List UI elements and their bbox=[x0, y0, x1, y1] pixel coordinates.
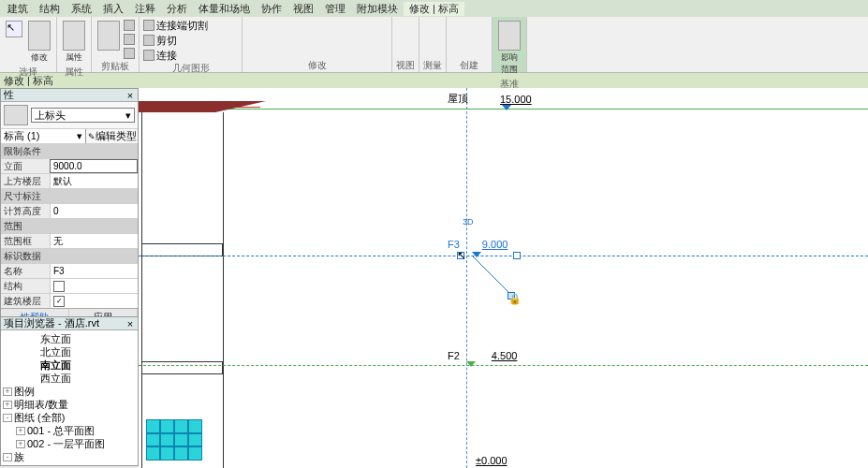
cut-button[interactable] bbox=[124, 19, 135, 32]
3d-toggle[interactable]: 3D bbox=[463, 217, 474, 227]
tree-item[interactable]: +图例 bbox=[3, 385, 136, 398]
tree-item[interactable]: +002 - 一层平面图 bbox=[3, 437, 136, 450]
create-tool-3[interactable] bbox=[450, 40, 463, 53]
properties-title-bar[interactable]: 性 × bbox=[1, 89, 138, 102]
wall-line-2[interactable] bbox=[223, 112, 224, 468]
prop-row[interactable]: 范围框无 bbox=[1, 233, 138, 248]
menu-item-0[interactable]: 建筑 bbox=[2, 2, 34, 16]
modify-tool-5[interactable] bbox=[310, 19, 323, 32]
drag-endpoint-handle[interactable]: 🔒 bbox=[508, 292, 515, 300]
prop-value[interactable]: 无 bbox=[50, 234, 138, 248]
menu-item-1[interactable]: 结构 bbox=[34, 2, 66, 16]
menu-item-11[interactable]: 修改 | 标高 bbox=[404, 2, 464, 16]
drawing-canvas[interactable]: 屋顶 15.000 3D F3 9.000 🔒 ↖ F2 4.500 ±0.00… bbox=[139, 88, 868, 468]
checkbox[interactable]: ✓ bbox=[53, 296, 65, 307]
match-button[interactable] bbox=[124, 47, 135, 60]
properties-button[interactable]: 属性 bbox=[61, 19, 87, 66]
tree-item[interactable]: 东立面 bbox=[3, 332, 136, 345]
prop-value[interactable]: F3 bbox=[50, 264, 138, 278]
f2-level-marker[interactable]: F2 4.500 bbox=[448, 350, 517, 361]
roof-level-marker[interactable]: 屋顶 15.000 bbox=[448, 92, 532, 106]
paste-button[interactable] bbox=[96, 19, 122, 52]
modify-tool-2[interactable] bbox=[262, 19, 275, 32]
floor-f2[interactable] bbox=[141, 361, 223, 374]
prop-row[interactable]: 结构 bbox=[1, 278, 138, 293]
menu-item-4[interactable]: 注释 bbox=[129, 2, 161, 16]
checkbox[interactable] bbox=[53, 281, 65, 292]
prop-value[interactable]: 0 bbox=[50, 204, 138, 218]
select-cursor-button[interactable]: ↖ bbox=[4, 19, 24, 39]
copy-button[interactable] bbox=[124, 33, 135, 46]
prop-row[interactable]: 建筑楼层✓ bbox=[1, 293, 138, 308]
type-selector[interactable]: 上标头▾ bbox=[31, 108, 135, 123]
project-tree[interactable]: 东立面北立面南立面西立面+图例+明细表/数量-图纸 (全部)+001 - 总平面… bbox=[1, 330, 138, 466]
modify-tool-4[interactable] bbox=[294, 19, 307, 32]
tree-item[interactable]: 北立面 bbox=[3, 345, 136, 358]
propagate-extents-button[interactable]: 影响 范围 bbox=[496, 19, 522, 78]
tree-expand-icon[interactable]: - bbox=[3, 453, 12, 461]
close-icon[interactable]: × bbox=[125, 90, 135, 101]
tree-expand-icon[interactable]: + bbox=[16, 466, 25, 467]
cope-button[interactable]: 连接端切割 bbox=[143, 19, 208, 32]
tree-item[interactable]: 西立面 bbox=[3, 372, 136, 385]
modify-tool-16[interactable] bbox=[342, 40, 355, 53]
create-tool-2[interactable] bbox=[465, 19, 478, 32]
browser-title-bar[interactable]: 项目浏览器 - 酒店.rvt × bbox=[1, 317, 138, 330]
tree-item[interactable]: 南立面 bbox=[3, 358, 136, 372]
modify-tool-7[interactable] bbox=[342, 19, 355, 32]
modify-tool-3[interactable] bbox=[278, 19, 291, 32]
f2-triangle bbox=[466, 361, 476, 367]
edit-type-button[interactable]: ✎编辑类型 bbox=[85, 129, 138, 143]
modify-tool-10[interactable] bbox=[246, 40, 259, 53]
prop-row[interactable]: 计算高度0 bbox=[1, 203, 138, 218]
menu-item-3[interactable]: 插入 bbox=[97, 2, 129, 16]
modify-button[interactable]: 修改 bbox=[26, 19, 52, 66]
modify-tool-11[interactable] bbox=[262, 40, 275, 53]
modify-tool-14[interactable] bbox=[310, 40, 323, 53]
prop-row[interactable]: 名称F3 bbox=[1, 263, 138, 278]
tree-expand-icon[interactable]: + bbox=[3, 401, 12, 409]
menu-item-7[interactable]: 协作 bbox=[256, 2, 287, 16]
prop-value-input[interactable]: 9000.0 bbox=[50, 159, 138, 173]
modify-tool-15[interactable] bbox=[326, 40, 339, 53]
modify-tool-9[interactable] bbox=[374, 19, 387, 32]
floor-f3[interactable] bbox=[141, 243, 223, 256]
close-icon[interactable]: × bbox=[125, 318, 135, 329]
tree-item[interactable]: -图纸 (全部) bbox=[3, 411, 136, 424]
create-tool-4[interactable] bbox=[465, 40, 478, 53]
menu-item-9[interactable]: 管理 bbox=[319, 2, 351, 16]
join-button[interactable]: 连接 bbox=[143, 49, 177, 62]
menu-item-5[interactable]: 分析 bbox=[161, 2, 193, 16]
modify-tool-1[interactable] bbox=[246, 19, 259, 32]
wall-line-1[interactable] bbox=[141, 112, 142, 468]
modify-tool-8[interactable] bbox=[358, 19, 371, 32]
ground-level-marker[interactable]: ±0.000 bbox=[476, 455, 508, 466]
prop-row[interactable]: 立面9000.0 bbox=[1, 158, 138, 173]
menu-item-6[interactable]: 体量和场地 bbox=[193, 2, 256, 16]
roof-element[interactable] bbox=[139, 101, 215, 112]
measure-tool-1[interactable] bbox=[423, 19, 436, 32]
prop-value[interactable]: 默认 bbox=[50, 174, 138, 188]
menu-item-2[interactable]: 系统 bbox=[66, 2, 97, 16]
view-tool-2[interactable] bbox=[396, 34, 409, 47]
cut-geom-button[interactable]: 剪切 bbox=[143, 34, 177, 47]
menu-item-10[interactable]: 附加模块 bbox=[351, 2, 404, 16]
create-tool-1[interactable] bbox=[450, 19, 463, 32]
tree-expand-icon[interactable]: + bbox=[3, 388, 12, 396]
prop-row[interactable]: 上方楼层默认 bbox=[1, 173, 138, 188]
modify-tool-12[interactable] bbox=[278, 40, 291, 53]
tree-item[interactable]: -族 bbox=[3, 450, 136, 463]
tree-item[interactable]: +明细表/数量 bbox=[3, 398, 136, 411]
modify-tool-6[interactable] bbox=[326, 19, 339, 32]
measure-tool-2[interactable] bbox=[423, 34, 436, 47]
instance-selector[interactable]: 标高 (1)▾ bbox=[1, 129, 85, 143]
modify-tool-13[interactable] bbox=[294, 40, 307, 53]
tree-item[interactable]: +001 - 总平面图 bbox=[3, 424, 136, 437]
prop-section-header: 标识数据 bbox=[1, 248, 138, 263]
tree-expand-icon[interactable]: + bbox=[16, 427, 25, 435]
view-tool-1[interactable] bbox=[396, 19, 409, 32]
tree-expand-icon[interactable]: - bbox=[3, 414, 12, 422]
tree-expand-icon[interactable]: + bbox=[16, 440, 25, 448]
menu-item-8[interactable]: 视图 bbox=[287, 2, 319, 16]
f2-level-line[interactable] bbox=[139, 365, 868, 366]
